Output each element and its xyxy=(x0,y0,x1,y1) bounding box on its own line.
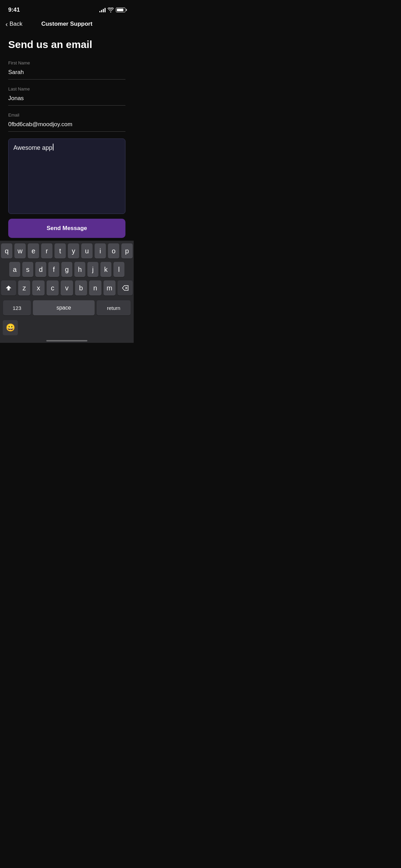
battery-icon xyxy=(116,8,125,12)
send-message-button[interactable]: Send Message xyxy=(8,219,125,238)
wifi-icon xyxy=(108,8,114,12)
key-b[interactable]: b xyxy=(75,280,87,296)
key-y[interactable]: y xyxy=(68,243,79,258)
nav-title: Customer Support xyxy=(41,21,92,27)
keyboard-row-4: 123 space return xyxy=(1,299,133,317)
keyboard-row-2: a s d f g h j k l xyxy=(1,262,133,277)
delete-key[interactable] xyxy=(118,280,133,296)
home-bar-line xyxy=(46,340,87,341)
key-e[interactable]: e xyxy=(28,243,39,258)
form-container: Send us an email First Name Sarah Last N… xyxy=(0,33,134,214)
nav-bar: ‹ Back Customer Support xyxy=(0,18,134,33)
shift-key[interactable] xyxy=(1,280,16,296)
status-time: 9:41 xyxy=(8,7,20,13)
key-g[interactable]: g xyxy=(61,262,72,277)
key-w[interactable]: w xyxy=(14,243,26,258)
message-box[interactable]: Awesome app xyxy=(8,138,125,214)
message-text: Awesome app xyxy=(13,144,120,152)
back-label: Back xyxy=(10,21,23,27)
home-bar xyxy=(0,337,134,343)
signal-icon xyxy=(99,8,106,12)
keyboard: q w e r t y u i o p a s d f g h j k l z … xyxy=(0,241,134,319)
key-o[interactable]: o xyxy=(108,243,119,258)
send-button-wrapper: Send Message xyxy=(0,214,134,241)
form-heading: Send us an email xyxy=(8,38,125,51)
last-name-label: Last Name xyxy=(8,86,125,92)
numbers-key[interactable]: 123 xyxy=(3,300,31,315)
emoji-row: 😀 xyxy=(0,319,134,337)
back-button[interactable]: ‹ Back xyxy=(5,21,22,27)
key-q[interactable]: q xyxy=(1,243,12,258)
first-name-value[interactable]: Sarah xyxy=(8,68,125,80)
key-r[interactable]: r xyxy=(41,243,52,258)
key-j[interactable]: j xyxy=(87,262,98,277)
key-u[interactable]: u xyxy=(81,243,93,258)
first-name-label: First Name xyxy=(8,60,125,65)
key-n[interactable]: n xyxy=(89,280,101,296)
space-key[interactable]: space xyxy=(33,300,95,315)
email-value[interactable]: 0fbd6cab@moodjoy.com xyxy=(8,120,125,132)
return-key[interactable]: return xyxy=(97,300,131,315)
email-label: Email xyxy=(8,112,125,118)
key-v[interactable]: v xyxy=(61,280,73,296)
last-name-value[interactable]: Jonas xyxy=(8,94,125,106)
key-a[interactable]: a xyxy=(9,262,20,277)
keyboard-row-3: z x c v b n m xyxy=(1,280,133,296)
back-chevron-icon: ‹ xyxy=(5,21,8,27)
key-l[interactable]: l xyxy=(113,262,124,277)
emoji-key[interactable]: 😀 xyxy=(3,320,18,335)
key-i[interactable]: i xyxy=(95,243,106,258)
email-field: Email 0fbd6cab@moodjoy.com xyxy=(8,112,125,132)
key-c[interactable]: c xyxy=(47,280,59,296)
status-icons xyxy=(99,8,125,12)
text-cursor xyxy=(53,144,53,150)
key-h[interactable]: h xyxy=(74,262,85,277)
key-s[interactable]: s xyxy=(22,262,33,277)
last-name-field: Last Name Jonas xyxy=(8,86,125,106)
key-d[interactable]: d xyxy=(35,262,46,277)
key-z[interactable]: z xyxy=(18,280,30,296)
first-name-field: First Name Sarah xyxy=(8,60,125,80)
key-t[interactable]: t xyxy=(54,243,66,258)
key-f[interactable]: f xyxy=(48,262,59,277)
status-bar: 9:41 xyxy=(0,0,134,18)
key-m[interactable]: m xyxy=(104,280,116,296)
key-p[interactable]: p xyxy=(121,243,133,258)
keyboard-row-1: q w e r t y u i o p xyxy=(1,243,133,258)
key-k[interactable]: k xyxy=(100,262,111,277)
key-x[interactable]: x xyxy=(32,280,44,296)
